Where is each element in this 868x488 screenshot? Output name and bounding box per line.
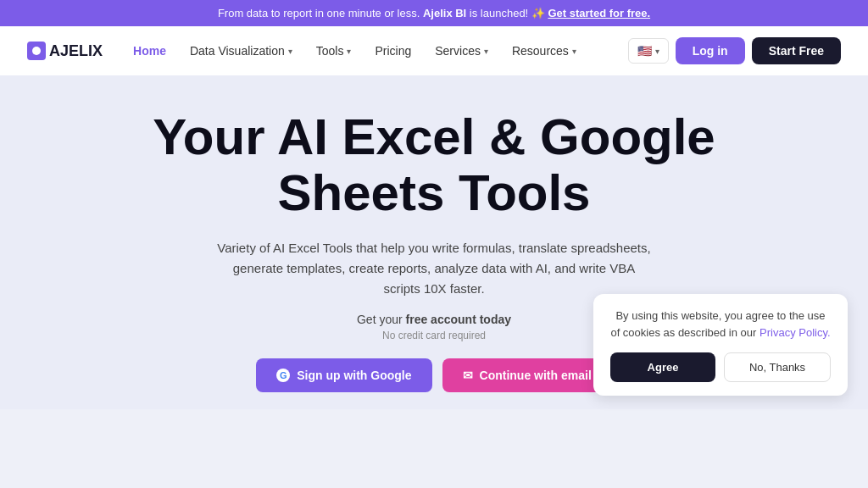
nav-tools[interactable]: Tools ▾	[306, 37, 362, 64]
nav-resources[interactable]: Resources ▾	[502, 37, 587, 64]
nav-pricing[interactable]: Pricing	[364, 37, 421, 64]
login-button[interactable]: Log in	[676, 37, 745, 64]
banner-brand: Ajelix BI	[423, 7, 466, 19]
chevron-down-icon: ▾	[347, 47, 351, 56]
hero-no-credit-card: No credit card required	[382, 330, 486, 341]
language-selector[interactable]: 🇺🇸 ▾	[628, 38, 669, 64]
hero-section: Your AI Excel & Google Sheets Tools Vari…	[0, 75, 868, 409]
svg-point-0	[32, 47, 41, 55]
cookie-banner: By using this website, you agree to the …	[593, 294, 848, 396]
hero-title: Your AI Excel & Google Sheets Tools	[103, 109, 765, 221]
cookie-decline-button[interactable]: No, Thanks	[724, 352, 831, 382]
cookie-text: By using this website, you agree to the …	[610, 308, 831, 341]
mail-icon: ✉	[463, 369, 473, 382]
nav-actions: 🇺🇸 ▾ Log in Start Free	[628, 37, 841, 64]
hero-cta-text: Get your free account today	[357, 313, 511, 326]
flag-icon: 🇺🇸	[637, 44, 652, 58]
logo-icon	[27, 42, 46, 60]
signup-google-button[interactable]: G Sign up with Google	[256, 358, 431, 392]
continue-email-button[interactable]: ✉ Continue with email	[442, 358, 612, 392]
chevron-down-icon: ▾	[484, 47, 488, 56]
hero-buttons: G Sign up with Google ✉ Continue with em…	[256, 358, 612, 392]
logo[interactable]: AJELIX	[27, 42, 103, 60]
nav-data-visualization[interactable]: Data Visualization ▾	[180, 37, 303, 64]
banner-text: From data to report in one minute or les…	[218, 7, 423, 19]
cookie-agree-button[interactable]: Agree	[610, 352, 715, 382]
navbar: AJELIX Home Data Visualization ▾ Tools ▾…	[0, 26, 868, 75]
nav-links: Home Data Visualization ▾ Tools ▾ Pricin…	[123, 37, 621, 64]
google-icon: G	[276, 369, 290, 382]
cookie-buttons: Agree No, Thanks	[610, 352, 831, 382]
hero-subtitle: Variety of AI Excel Tools that help you …	[214, 238, 654, 299]
privacy-policy-link[interactable]: Privacy Policy.	[760, 326, 831, 339]
chevron-down-icon: ▾	[572, 47, 576, 56]
top-banner: From data to report in one minute or les…	[0, 0, 868, 26]
nav-services[interactable]: Services ▾	[425, 37, 498, 64]
start-free-button[interactable]: Start Free	[752, 37, 841, 64]
banner-middle: is launched! ✨	[466, 7, 548, 19]
chevron-down-icon: ▾	[655, 47, 659, 56]
banner-cta-link[interactable]: Get started for free.	[548, 7, 650, 19]
chevron-down-icon: ▾	[288, 47, 292, 56]
nav-home[interactable]: Home	[123, 37, 176, 64]
logo-text: AJELIX	[49, 42, 103, 60]
